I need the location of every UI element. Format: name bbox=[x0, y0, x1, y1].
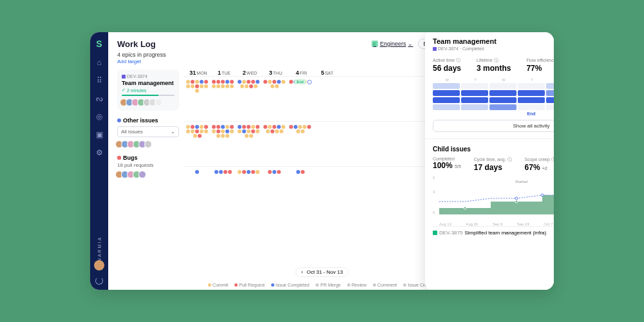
day-cell[interactable] bbox=[236, 169, 261, 209]
stat-scope: Scope creep ⓘ67% +2 bbox=[525, 156, 554, 172]
bugs-label: Bugs bbox=[117, 155, 179, 161]
legend-item: PR Merge bbox=[316, 283, 341, 287]
end-label: End bbox=[433, 111, 554, 116]
day-cell[interactable] bbox=[184, 169, 210, 209]
day-cell[interactable] bbox=[287, 124, 313, 164]
epic-avatars bbox=[122, 99, 175, 106]
issue-filter-select[interactable]: All issues⌄ bbox=[117, 126, 179, 137]
burnup-chart: 530 Started bbox=[433, 176, 554, 221]
nav-settings-icon[interactable]: ⚙ bbox=[95, 148, 104, 157]
legend-item: Review bbox=[347, 283, 366, 287]
app-window: S ⌂ ⠿ ᔓ ◎ ▣ ⚙ SWARMIA Work Log E Enginee… bbox=[90, 32, 554, 290]
day-cell[interactable] bbox=[184, 124, 210, 164]
legend-item: Pull Request bbox=[234, 283, 265, 287]
epic-icon bbox=[122, 75, 126, 79]
day-cell[interactable] bbox=[236, 79, 261, 118]
svg-point-3 bbox=[515, 200, 518, 203]
nav-home-icon[interactable]: ⌂ bbox=[95, 58, 104, 67]
day-cell[interactable] bbox=[210, 79, 236, 118]
progress-bar bbox=[122, 95, 175, 96]
day-header: 5SAT bbox=[314, 70, 340, 76]
pr-count: 18 pull requests bbox=[117, 162, 179, 168]
other-issues-label: Other issues bbox=[117, 117, 179, 124]
epic-title: Team management bbox=[122, 80, 175, 86]
show-all-button[interactable]: Show all activity bbox=[433, 120, 554, 132]
day-header: 3THU bbox=[263, 70, 289, 76]
epic-icon bbox=[433, 47, 437, 51]
other-avatars bbox=[117, 140, 179, 148]
epic-card[interactable]: DEV-3874 Team management ✓ 2 minutes bbox=[117, 70, 179, 111]
bugs-section: Bugs 18 pull requests bbox=[117, 155, 179, 178]
nav-branch-icon[interactable]: ᔓ bbox=[95, 94, 104, 103]
day-cell[interactable] bbox=[313, 124, 339, 164]
sidebar: S ⌂ ⠿ ᔓ ◎ ▣ ⚙ SWARMIA bbox=[90, 32, 108, 290]
bug-icon bbox=[117, 156, 121, 160]
bugs-avatars bbox=[117, 171, 179, 178]
highlight-icon bbox=[307, 80, 312, 84]
child-issue-row[interactable]: DEV-3875 Simplified team management (inf… bbox=[433, 226, 554, 239]
stat-completed: Completed100% 5/5 bbox=[433, 156, 461, 172]
divider bbox=[425, 138, 554, 139]
epic-key: DEV-3874 bbox=[122, 74, 175, 79]
end-badge: End bbox=[294, 79, 307, 84]
date-range-label: Oct 31 - Nov 13 bbox=[307, 269, 343, 275]
day-header: 31MON bbox=[185, 70, 211, 76]
svg-point-0 bbox=[515, 197, 518, 200]
day-cell[interactable] bbox=[210, 169, 236, 209]
day-cell[interactable] bbox=[313, 79, 339, 118]
avatar bbox=[138, 171, 146, 178]
chevron-down-icon: ⌄ bbox=[408, 41, 413, 47]
other-issues-section: Other issues All issues⌄ bbox=[117, 117, 179, 148]
day-cell[interactable] bbox=[261, 169, 287, 209]
nav-folder-icon[interactable]: ▣ bbox=[95, 130, 104, 139]
day-header: 1TUE bbox=[211, 70, 237, 76]
avatar bbox=[144, 140, 152, 148]
team-icon: E bbox=[372, 41, 378, 47]
day-cell[interactable] bbox=[210, 124, 236, 164]
team-selector[interactable]: E Engineers ⌄ bbox=[372, 41, 413, 47]
burnup-svg bbox=[439, 182, 554, 214]
epic-meta: ✓ 2 minutes bbox=[122, 88, 175, 93]
team-name: Engineers bbox=[380, 41, 406, 47]
dot-icon bbox=[117, 118, 121, 122]
child-issues-header: Child issues bbox=[433, 146, 554, 153]
avatar bbox=[155, 99, 162, 106]
legend-item: Comment bbox=[373, 283, 397, 287]
chevron-down-icon: ⌄ bbox=[171, 129, 175, 135]
activity-heatmap: MTWTFSS End bbox=[433, 78, 554, 116]
epic-count: 4 epics in progress bbox=[117, 52, 166, 58]
day-header: 2WED bbox=[237, 70, 263, 76]
day-cell[interactable]: End bbox=[287, 79, 313, 118]
stat-flow: Flow efficiency ⓘ77% bbox=[526, 57, 554, 73]
day-cell[interactable] bbox=[261, 124, 287, 164]
logo-icon: S bbox=[96, 39, 102, 49]
day-cell[interactable] bbox=[236, 124, 261, 164]
nav-target-icon[interactable]: ◎ bbox=[95, 112, 104, 121]
day-cell[interactable] bbox=[287, 169, 313, 209]
svg-point-2 bbox=[464, 207, 466, 209]
day-cell[interactable] bbox=[184, 79, 210, 118]
day-cell[interactable] bbox=[261, 79, 287, 118]
stat-active-time: Active time ⓘ56 days bbox=[433, 57, 461, 73]
story-icon bbox=[433, 231, 437, 235]
stat-lifetime: Lifetime ⓘ3 months bbox=[477, 57, 511, 73]
detail-panel: × Team management DEV-3874 · Completed A… bbox=[425, 32, 554, 290]
legend-item: Commit bbox=[208, 283, 228, 287]
day-cell[interactable] bbox=[313, 169, 339, 209]
panel-stats: Active time ⓘ56 days Lifetime ⓘ3 months … bbox=[433, 57, 554, 73]
left-column: DEV-3874 Team management ✓ 2 minutes bbox=[108, 70, 184, 290]
svg-point-1 bbox=[541, 194, 544, 196]
date-range-selector[interactable]: ‹ Oct 31 - Nov 13 bbox=[296, 267, 349, 277]
panel-subtitle: DEV-3874 · Completed bbox=[433, 46, 554, 51]
legend-item: Issue Completed bbox=[271, 283, 310, 287]
user-avatar[interactable] bbox=[94, 260, 104, 270]
heatmap-header: MTWTFSS bbox=[433, 78, 554, 82]
started-annotation: Started bbox=[515, 180, 527, 184]
chevron-left-icon[interactable]: ‹ bbox=[301, 269, 303, 275]
stat-cycle: Cycle time, avg. ⓘ17 days bbox=[474, 156, 512, 172]
day-header: 4FRI bbox=[289, 70, 314, 76]
panel-title: Team management bbox=[433, 37, 554, 45]
nav-grid-icon[interactable]: ⠿ bbox=[95, 76, 104, 85]
page-title: Work Log bbox=[117, 39, 156, 49]
child-stats: Completed100% 5/5 Cycle time, avg. ⓘ17 d… bbox=[433, 156, 554, 172]
